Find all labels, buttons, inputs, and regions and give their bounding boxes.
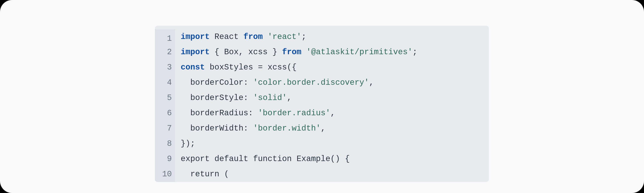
code-token: , [330, 109, 335, 117]
code-line: 6 borderRadius: 'border.radius', [155, 106, 489, 121]
line-number: 4 [155, 75, 175, 90]
code-content: return ( [175, 167, 229, 182]
code-token: '@atlaskit/primitives' [306, 48, 412, 56]
code-line: 10 return ( [155, 167, 489, 182]
code-token: borderRadius: [181, 109, 258, 117]
line-number: 9 [155, 151, 175, 167]
code-content: import { Box, xcss } from '@atlaskit/pri… [175, 45, 417, 60]
code-token: import [181, 48, 214, 56]
code-line: 5 borderStyle: 'solid', [155, 90, 489, 106]
page-surface: 1import React from 'react';2import { Box… [0, 0, 644, 193]
code-token: boxStyles = xcss({ [210, 63, 296, 71]
code-content: borderRadius: 'border.radius', [175, 106, 335, 121]
code-token: }); [181, 140, 195, 148]
code-token: , [287, 94, 292, 102]
code-token: 'react' [268, 33, 302, 41]
code-token: , [369, 79, 374, 87]
line-number: 5 [155, 90, 175, 106]
line-number: 10 [155, 167, 175, 182]
code-token: import [181, 33, 214, 41]
code-token: React [214, 33, 244, 41]
code-token: export default function Example() { [181, 155, 350, 163]
code-token: { Box, xcss } [214, 48, 282, 56]
code-token: 'color.border.discovery' [253, 79, 369, 87]
code-token: 'border.width' [253, 125, 321, 133]
code-line: 3const boxStyles = xcss({ [155, 60, 489, 75]
code-token: borderColor: [181, 79, 253, 87]
line-number: 6 [155, 106, 175, 121]
code-block: 1import React from 'react';2import { Box… [155, 26, 489, 182]
code-content: borderColor: 'color.border.discovery', [175, 75, 374, 90]
code-token: 'solid' [253, 94, 287, 102]
code-token: return ( [181, 170, 229, 178]
code-line: 2import { Box, xcss } from '@atlaskit/pr… [155, 45, 489, 60]
code-content: const boxStyles = xcss({ [175, 60, 296, 75]
line-number: 7 [155, 121, 175, 136]
code-content: borderStyle: 'solid', [175, 90, 292, 106]
code-line: 8}); [155, 136, 489, 151]
line-number: 3 [155, 60, 175, 75]
code-line: 9export default function Example() { [155, 151, 489, 167]
line-number: 8 [155, 136, 175, 151]
code-content: }); [175, 136, 195, 151]
code-token: 'border.radius' [258, 109, 330, 117]
code-line: 4 borderColor: 'color.border.discovery', [155, 75, 489, 90]
code-token: ; [302, 33, 306, 41]
line-number: 1 [155, 29, 175, 45]
code-line: 7 borderWidth: 'border.width', [155, 121, 489, 136]
code-content: export default function Example() { [175, 151, 350, 167]
code-token: const [181, 63, 210, 71]
code-token: ; [412, 48, 417, 56]
code-token: , [321, 125, 326, 133]
line-number: 2 [155, 45, 175, 60]
code-token: borderStyle: [181, 94, 253, 102]
code-token: from [282, 48, 306, 56]
code-content: import React from 'react'; [175, 29, 306, 45]
code-content: borderWidth: 'border.width', [175, 121, 326, 136]
code-token: borderWidth: [181, 125, 253, 133]
code-line: 1import React from 'react'; [155, 26, 489, 45]
code-token: from [244, 33, 268, 41]
